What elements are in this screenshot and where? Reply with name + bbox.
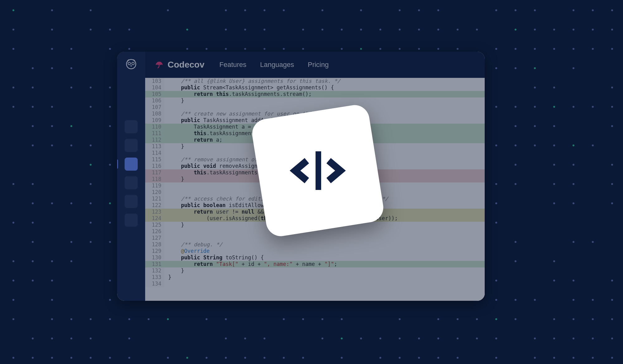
line-number: 110	[145, 124, 164, 130]
line-content: public String toString() {	[164, 254, 485, 261]
code-line: 127	[145, 235, 485, 241]
line-number: 130	[145, 254, 164, 261]
navbar: Codecov Features Languages Pricing	[117, 52, 485, 78]
line-number: 120	[145, 189, 164, 196]
line-number: 123	[145, 209, 164, 215]
line-number: 121	[145, 196, 164, 202]
line-content: return "Task[" + id + ", name:" + name +…	[164, 261, 485, 267]
line-number: 131	[145, 261, 164, 267]
line-number: 133	[145, 274, 164, 281]
line-content: }	[164, 274, 485, 281]
code-line: 105 return this.taskAssignments.stream()…	[145, 91, 485, 97]
line-content	[164, 235, 485, 241]
line-number: 106	[145, 97, 164, 104]
code-line: 107	[145, 104, 485, 111]
line-number: 105	[145, 91, 164, 97]
code-icon-card	[250, 103, 386, 239]
sidebar-item-4[interactable]	[125, 176, 138, 189]
line-number: 112	[145, 137, 164, 143]
sidebar-item-3-active[interactable]	[125, 158, 138, 171]
code-line: 104 public Stream<TaskAssignment> getAss…	[145, 84, 485, 91]
code-slash-icon	[288, 146, 347, 196]
sidebar	[117, 52, 145, 301]
line-number: 118	[145, 176, 164, 182]
line-number: 108	[145, 111, 164, 117]
code-line: 128 /** debug. */	[145, 241, 485, 248]
line-number: 126	[145, 228, 164, 235]
line-number: 132	[145, 267, 164, 274]
code-line: 129 @Override	[145, 248, 485, 254]
line-number: 116	[145, 163, 164, 169]
line-number: 107	[145, 104, 164, 111]
sidebar-item-5[interactable]	[125, 195, 138, 208]
line-number: 115	[145, 156, 164, 163]
brand-name: Codecov	[168, 60, 204, 70]
code-line: 132 }	[145, 267, 485, 274]
code-line: 134	[145, 281, 485, 287]
line-number: 114	[145, 150, 164, 156]
svg-rect-3	[316, 151, 321, 190]
line-number: 125	[145, 222, 164, 228]
line-content: @Override	[164, 248, 485, 254]
nav-pricing[interactable]: Pricing	[308, 61, 329, 69]
line-number: 128	[145, 241, 164, 248]
sidebar-item-1[interactable]	[125, 120, 138, 133]
line-number: 109	[145, 117, 164, 124]
line-number: 122	[145, 202, 164, 209]
code-line: 133}	[145, 274, 485, 281]
sidebar-item-2[interactable]	[125, 139, 138, 152]
line-number: 127	[145, 235, 164, 241]
line-content: }	[164, 267, 485, 274]
line-number: 104	[145, 84, 164, 91]
line-content: public Stream<TaskAssignment> getAssignm…	[164, 84, 485, 91]
nav-features[interactable]: Features	[219, 61, 246, 69]
line-content: /** debug. */	[164, 241, 485, 248]
line-number: 103	[145, 78, 164, 84]
line-number: 124	[145, 215, 164, 222]
sidebar-item-6[interactable]	[125, 214, 138, 227]
line-content: return this.taskAssignments.stream();	[164, 91, 485, 97]
nav-languages[interactable]: Languages	[260, 61, 294, 69]
nav-links: Features Languages Pricing	[219, 61, 329, 69]
line-number: 129	[145, 248, 164, 254]
line-number: 134	[145, 281, 164, 287]
brand[interactable]: Codecov	[155, 60, 204, 70]
code-line: 130 public String toString() {	[145, 254, 485, 261]
owl-logo-icon	[125, 58, 137, 70]
line-number: 111	[145, 130, 164, 137]
code-line: 106 }	[145, 97, 485, 104]
codecov-umbrella-icon	[155, 60, 164, 69]
code-line: 131 return "Task[" + id + ", name:" + na…	[145, 261, 485, 267]
line-content: }	[164, 97, 485, 104]
line-number: 119	[145, 182, 164, 189]
svg-point-1	[128, 62, 131, 65]
code-line: 103 /** all {@link User} assignments for…	[145, 78, 485, 84]
line-content: /** all {@link User} assignments for thi…	[164, 78, 485, 84]
line-number: 113	[145, 143, 164, 150]
svg-point-2	[132, 62, 134, 65]
line-content	[164, 281, 485, 287]
line-number: 117	[145, 169, 164, 176]
